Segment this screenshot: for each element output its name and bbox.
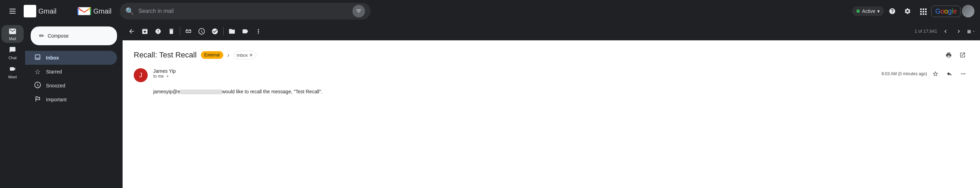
snooze-toolbar-icon bbox=[198, 28, 205, 35]
label-icon bbox=[242, 28, 249, 35]
active-label: Active bbox=[862, 8, 875, 14]
subject-chevron-icon: › bbox=[228, 51, 229, 59]
mail-icon bbox=[8, 27, 17, 36]
search-icon: 🔍 bbox=[126, 7, 134, 15]
next-email-button[interactable] bbox=[953, 25, 965, 38]
hamburger-icon bbox=[10, 9, 16, 14]
more-toolbar-button[interactable] bbox=[252, 25, 265, 38]
star-message-button[interactable] bbox=[930, 68, 941, 80]
email-toolbar: 1 of 17,641 ▦ bbox=[123, 22, 980, 40]
apps-button[interactable] bbox=[916, 4, 930, 18]
email-panel: 1 of 17,641 ▦ Recall: bbox=[123, 22, 980, 188]
search-bar: 🔍 bbox=[120, 3, 371, 19]
nav-starred-label: Starred bbox=[46, 69, 111, 75]
inbox-tag: Inbox ✕ bbox=[234, 51, 257, 59]
print-icon bbox=[945, 52, 952, 58]
nav-inbox-label: Inbox bbox=[46, 55, 111, 61]
nav-item-snoozed[interactable]: Snoozed bbox=[25, 79, 117, 92]
menu-button[interactable] bbox=[6, 4, 19, 18]
search-filter-button[interactable] bbox=[352, 5, 365, 18]
sender-initial: J bbox=[139, 72, 142, 79]
email-content: Recall: Test Recall External › Inbox ✕ bbox=[123, 40, 980, 188]
archive-button[interactable] bbox=[138, 25, 151, 38]
sidebar-item-meet[interactable]: Meet bbox=[2, 63, 24, 81]
prev-email-button[interactable] bbox=[939, 25, 952, 38]
nav-important-label: Important bbox=[46, 97, 111, 102]
delete-button[interactable] bbox=[165, 25, 178, 38]
sidebar-item-chat[interactable]: Chat bbox=[2, 44, 24, 62]
left-nav-panel: ✏ Compose Inbox ☆ Starred Snoozed bbox=[25, 22, 123, 188]
help-icon bbox=[889, 8, 896, 14]
message-body: jamesyip@ewould like to recall the messa… bbox=[134, 88, 969, 96]
print-button[interactable] bbox=[942, 49, 955, 61]
delete-icon bbox=[168, 28, 175, 35]
sidebar: Mail Chat Meet bbox=[0, 22, 25, 188]
compose-edit-icon: ✏ bbox=[39, 32, 44, 40]
sidebar-item-meet-label: Meet bbox=[8, 75, 17, 79]
message-header: J James Yip to me 8:03 AM (0 minutes ago… bbox=[134, 68, 969, 82]
nav-item-important[interactable]: Important bbox=[25, 92, 117, 107]
gmail-text: Gmail bbox=[93, 7, 111, 15]
toolbar-divider-2 bbox=[223, 27, 224, 35]
gmail-wordmark: Gmail bbox=[38, 6, 70, 16]
active-status-button[interactable]: Active ▾ bbox=[852, 6, 884, 16]
mark-unread-button[interactable] bbox=[182, 25, 195, 38]
pagination-info: 1 of 17,641 bbox=[915, 29, 937, 34]
email-subject: Recall: Test Recall bbox=[134, 51, 197, 59]
move-to-button[interactable] bbox=[226, 25, 238, 38]
label-button[interactable] bbox=[239, 25, 251, 38]
search-container: 🔍 bbox=[120, 3, 371, 19]
sender-name: James Yip bbox=[153, 68, 876, 74]
add-task-button[interactable] bbox=[208, 25, 221, 38]
compose-button[interactable]: ✏ Compose bbox=[31, 27, 117, 45]
chevron-right-icon bbox=[956, 28, 962, 35]
back-arrow-icon bbox=[128, 28, 135, 35]
mark-unread-icon bbox=[185, 28, 192, 35]
view-options-button[interactable]: ▦ bbox=[966, 25, 977, 38]
inbox-tag-label: Inbox bbox=[237, 53, 248, 58]
settings-button[interactable] bbox=[900, 4, 915, 18]
svg-rect-1 bbox=[24, 5, 36, 18]
back-button[interactable] bbox=[126, 25, 138, 38]
inbox-tag-close-button[interactable]: ✕ bbox=[249, 52, 253, 58]
toolbar-divider-1 bbox=[180, 27, 180, 35]
more-message-button[interactable] bbox=[958, 68, 969, 80]
report-spam-icon bbox=[154, 28, 162, 35]
main-layout: Mail Chat Meet ✏ Compose bbox=[0, 22, 980, 188]
user-avatar[interactable] bbox=[962, 5, 974, 18]
inbox-icon bbox=[33, 54, 42, 62]
active-indicator bbox=[856, 10, 860, 13]
active-chevron: ▾ bbox=[877, 8, 880, 14]
sender-info: James Yip to me bbox=[153, 68, 876, 79]
sender-to[interactable]: to me bbox=[153, 74, 876, 79]
move-to-icon bbox=[229, 28, 235, 35]
reply-icon bbox=[946, 71, 953, 77]
snooze-button[interactable] bbox=[196, 25, 208, 38]
snooze-icon bbox=[33, 81, 42, 90]
google-logo-box: Google bbox=[931, 6, 961, 17]
meet-icon bbox=[8, 65, 17, 74]
message-meta: 8:03 AM (0 minutes ago) bbox=[881, 68, 969, 80]
svg-text:Gmail: Gmail bbox=[38, 7, 56, 15]
apps-grid-icon bbox=[920, 8, 926, 14]
report-spam-button[interactable] bbox=[152, 25, 164, 38]
body-suffix: would like to recall the message, "Test … bbox=[222, 89, 323, 94]
archive-icon bbox=[142, 28, 148, 35]
add-task-icon bbox=[212, 28, 218, 35]
gmail-m-icon bbox=[24, 5, 36, 18]
open-in-new-button[interactable] bbox=[956, 49, 969, 61]
expand-recipients-icon bbox=[165, 74, 170, 79]
important-icon bbox=[33, 96, 42, 104]
body-prefix: jamesyip@e bbox=[153, 89, 180, 94]
body-redacted bbox=[180, 89, 222, 94]
help-button[interactable] bbox=[885, 4, 899, 18]
message-timestamp: 8:03 AM (0 minutes ago) bbox=[881, 72, 927, 76]
reply-button[interactable] bbox=[944, 68, 955, 80]
open-in-new-icon bbox=[959, 52, 966, 58]
nav-item-starred[interactable]: ☆ Starred bbox=[25, 65, 117, 79]
sidebar-item-mail[interactable]: Mail bbox=[2, 25, 24, 43]
filter-icon bbox=[356, 8, 362, 14]
header-right: Active ▾ Google bbox=[852, 4, 974, 18]
search-input[interactable] bbox=[138, 8, 348, 14]
nav-item-inbox[interactable]: Inbox bbox=[25, 51, 117, 65]
